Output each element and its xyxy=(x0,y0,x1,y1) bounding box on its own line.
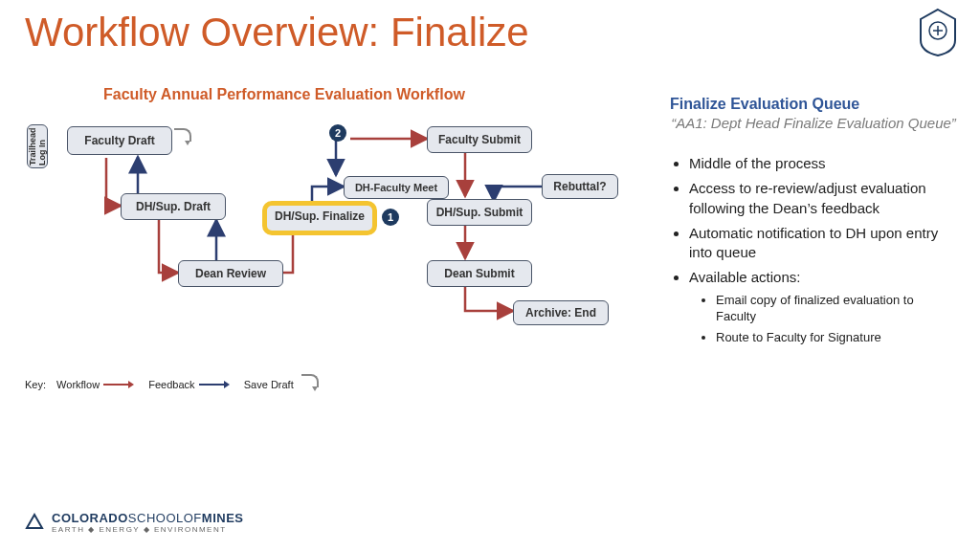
node-faculty-draft: Faculty Draft xyxy=(67,126,172,155)
diagram-key: Key: Workflow Feedback Save Draft xyxy=(25,378,315,391)
loop-key-icon xyxy=(301,374,319,387)
loop-icon xyxy=(174,128,191,142)
panel-sub-bullets: Email copy of finalized evaluation to Fa… xyxy=(689,292,957,346)
bullet-item: Automatic notification to DH upon entry … xyxy=(689,224,957,263)
node-archive: Archive: End xyxy=(513,300,609,325)
node-dh-submit: DH/Sup. Submit xyxy=(427,199,532,226)
slide: Workflow Overview: Finalize Faculty Annu… xyxy=(0,0,980,551)
key-workflow: Workflow xyxy=(56,379,100,390)
page-title: Workflow Overview: Finalize xyxy=(25,10,529,55)
bullet-item: Middle of the process xyxy=(689,154,957,173)
bullet-label: Available actions: xyxy=(689,269,800,285)
footer: COLORADOSCHOOLOFMINES EARTH ◆ ENERGY ◆ E… xyxy=(25,511,243,534)
sub-bullet-item: Email copy of finalized evaluation to Fa… xyxy=(716,292,957,325)
panel-bullets: Middle of the process Access to re-revie… xyxy=(670,154,957,345)
node-faculty-submit: Faculty Submit xyxy=(427,126,532,153)
brand-part-1: COLORADO xyxy=(52,511,128,525)
node-dh-draft: DH/Sup. Draft xyxy=(121,193,226,220)
badge-1: 1 xyxy=(382,209,399,226)
arrow-blue-icon xyxy=(199,384,228,386)
key-save: Save Draft xyxy=(244,379,294,390)
bullet-item: Access to re-review/adjust evaluation fo… xyxy=(689,179,957,218)
footer-tagline: EARTH ◆ ENERGY ◆ ENVIRONMENT xyxy=(52,525,243,534)
node-dean-submit: Dean Submit xyxy=(427,260,532,287)
node-dh-finalize: DH/Sup. Finalize xyxy=(262,201,377,235)
arrow-red-icon xyxy=(103,384,132,386)
sub-bullet-item: Route to Faculty for Signature xyxy=(716,329,957,346)
footer-text: COLORADOSCHOOLOFMINES EARTH ◆ ENERGY ◆ E… xyxy=(52,511,243,534)
panel-subheading: “AA1: Dept Head Finalize Evaluation Queu… xyxy=(670,115,957,131)
node-dean-review: Dean Review xyxy=(178,260,283,287)
node-dh-faculty-meet: DH-Faculty Meet xyxy=(344,176,449,199)
triangle-logo-icon xyxy=(25,513,44,532)
node-login: Trailhead Log In xyxy=(27,124,48,168)
node-rebuttal: Rebuttal? xyxy=(542,174,618,199)
key-feedback: Feedback xyxy=(148,379,194,390)
key-label: Key: xyxy=(25,379,46,390)
badge-2: 2 xyxy=(329,124,346,142)
diagram-title: Faculty Annual Performance Evaluation Wo… xyxy=(103,86,465,103)
brand-part-2: SCHOOLOF xyxy=(128,511,202,525)
bullet-item: Available actions: Email copy of finaliz… xyxy=(689,268,957,345)
brand-part-3: MINES xyxy=(202,511,244,525)
info-panel: Finalize Evaluation Queue “AA1: Dept Hea… xyxy=(670,96,957,351)
mines-seal-icon xyxy=(917,8,959,57)
workflow-diagram: Faculty Annual Performance Evaluation Wo… xyxy=(25,86,628,402)
panel-heading: Finalize Evaluation Queue xyxy=(670,96,957,113)
